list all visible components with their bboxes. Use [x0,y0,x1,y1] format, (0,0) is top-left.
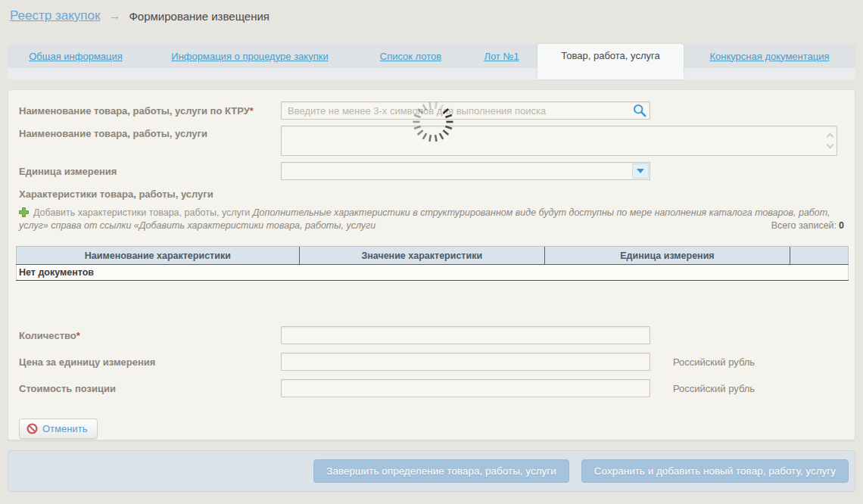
position-cost-input[interactable] [281,379,650,397]
characteristics-table: Наименование характеристики Значение хар… [16,246,849,281]
col-header-characteristic-name: Наименование характеристики [17,247,300,265]
characteristics-section-title: Характеристики товара, работы, услуги [19,188,844,200]
tab-tender-documentation[interactable]: Конкурсная документация [684,44,855,68]
col-header-unit: Единица измерения [544,247,790,265]
unit-select[interactable] [281,162,650,180]
unit-select-dropdown-button[interactable] [632,163,649,179]
unit-price-currency-label: Российский рубль [673,356,755,368]
procurement-notice-page: { "breadcrumb": { "link": "Реестр закупо… [0,0,863,504]
position-cost-label: Стоимость позиции [19,383,281,394]
position-cost-currency-label: Российский рубль [673,383,755,394]
footer-action-bar: Завершить определение товара, работы, ус… [8,450,855,492]
required-asterisk: * [250,105,254,117]
breadcrumb-registry-link[interactable]: Реестр закупок [10,8,100,23]
unit-price-label: Цена за единицу измерения [19,356,281,368]
unit-price-input[interactable] [281,353,650,371]
goods-form-panel: Наименование товара, работы, услуги по К… [8,89,855,440]
quantity-label: Количество* [19,330,281,341]
tab-lot-1[interactable]: Лот №1 [466,44,537,68]
ktru-name-row: Наименование товара, работы, услуги по К… [8,101,855,120]
tab-lot-list[interactable]: Список лотов [356,44,466,68]
tab-bar: Общая информация Информация о процедуре … [8,44,855,79]
tab-bar-substrip [8,68,855,79]
required-asterisk: * [76,330,80,341]
chevron-up-icon[interactable] [827,133,834,141]
records-total: Всего записей:0 [771,219,844,232]
breadcrumb-arrow-icon: → [108,9,120,23]
quantity-input[interactable] [281,326,650,344]
quantity-row: Количество* [8,326,855,344]
tab-procedure-info[interactable]: Информация о процедуре закупки [144,44,356,68]
search-icon[interactable] [633,104,646,117]
no-documents-cell: Нет документов [17,265,849,281]
add-characteristics-row: Добавить характеристики товара, работы, … [19,207,844,232]
add-plus-icon[interactable] [19,207,29,217]
empty-table-row: Нет документов [17,265,849,281]
unit-row: Единица измерения [8,162,855,180]
finish-goods-definition-button[interactable]: Завершить определение товара, работы, ус… [313,459,569,483]
goods-name-textarea[interactable] [281,126,837,156]
cancel-button-label: Отменить [42,423,87,434]
goods-name-row: Наименование товара, работы, услуги [8,126,855,156]
col-header-actions [790,247,849,265]
col-header-characteristic-value: Значение характеристики [299,247,544,265]
position-cost-row: Стоимость позиции Российский рубль [8,379,855,397]
no-entry-icon [26,423,38,434]
ktru-search-input[interactable] [281,101,650,120]
textarea-scroll-buttons[interactable] [824,127,836,154]
tab-general-info[interactable]: Общая информация [8,44,144,68]
breadcrumb: Реестр закупок → Формирование извещения [10,8,269,23]
save-and-add-new-goods-button[interactable]: Сохранить и добавить новый товар, работу… [581,459,849,483]
chevron-down-icon[interactable] [827,142,834,149]
goods-name-label: Наименование товара, работы, услуги [19,128,281,139]
tab-goods-works-services[interactable]: Товар, работа, услуга [537,44,684,79]
unit-price-row: Цена за единицу измерения Российский руб… [8,353,855,371]
ktru-name-label: Наименование товара, работы, услуги по К… [19,105,281,117]
records-total-value: 0 [839,220,844,231]
characteristics-table-header-row: Наименование характеристики Значение хар… [17,247,849,265]
cancel-button[interactable]: Отменить [19,418,98,439]
page-title: Формирование извещения [129,10,269,23]
triangle-down-icon [637,169,644,173]
add-characteristics-link[interactable]: Добавить характеристики товара, работы, … [33,207,250,218]
unit-label: Единица измерения [19,166,281,177]
